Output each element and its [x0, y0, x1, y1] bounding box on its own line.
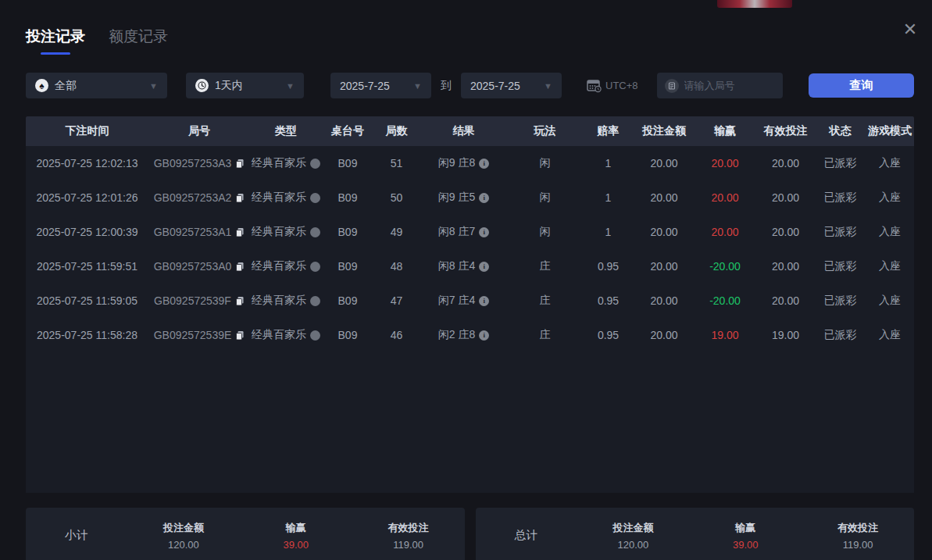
copy-icon[interactable]: [235, 296, 245, 306]
col-header-bet-amount: 投注金额: [634, 124, 694, 138]
game-type-value: 全部: [55, 79, 149, 93]
cell-status: 已派彩: [815, 259, 866, 273]
copy-icon[interactable]: [235, 227, 245, 237]
cell-result: 闲7 庄4 i: [420, 294, 508, 308]
cell-valid: 20.00: [756, 260, 815, 273]
clock-icon: [195, 79, 209, 92]
copy-icon[interactable]: [235, 330, 245, 341]
total-card: 总计 投注金额 120.00 输赢 39.00 有效投注 119.00: [476, 508, 915, 560]
col-header-bet-time: 下注时间: [26, 124, 148, 138]
cell-win: 19.00: [694, 329, 756, 341]
copy-icon[interactable]: [235, 159, 245, 169]
cell-bet: 20.00: [634, 294, 694, 307]
cell-type: 经典百家乐: [250, 328, 322, 342]
cell-win: 20.00: [694, 226, 756, 238]
total-bet: 投注金额 120.00: [577, 521, 690, 551]
info-icon[interactable]: i: [479, 159, 489, 169]
cell-result: 闲9 庄8 i: [420, 156, 508, 170]
table-row: 2025-07-25 12:00:39 GB09257253A1 经典百家乐 B…: [26, 215, 914, 249]
close-icon[interactable]: ✕: [899, 19, 921, 41]
date-to-picker[interactable]: 2025-7-25 ▼: [461, 73, 562, 98]
cell-win: -20.00: [694, 260, 756, 273]
cell-result: 闲2 庄8 i: [420, 328, 508, 342]
cell-bet-time: 2025-07-25 12:00:39: [26, 226, 148, 238]
info-icon[interactable]: i: [479, 296, 489, 306]
cell-mode: 入座: [866, 259, 914, 273]
cell-type: 经典百家乐: [250, 259, 322, 273]
chevron-down-icon: ▼: [413, 81, 422, 91]
col-header-status: 状态: [815, 124, 866, 138]
tab-bet-records[interactable]: 投注记录: [26, 27, 85, 55]
cell-round-no: 49: [373, 226, 420, 238]
table-row: 2025-07-25 11:59:05 GB092572539F 经典百家乐 B…: [26, 284, 914, 318]
info-icon[interactable]: i: [479, 330, 489, 341]
col-header-win-loss: 输赢: [694, 124, 756, 138]
cell-mode: 入座: [866, 294, 914, 308]
tab-quota-records-label: 额度记录: [109, 27, 168, 47]
cell-table-no: B09: [322, 226, 373, 238]
cell-round-no: 48: [373, 260, 420, 273]
cell-status: 已派彩: [815, 225, 866, 239]
subtotal-bet: 投注金额 120.00: [127, 521, 240, 551]
info-icon[interactable]: i: [479, 227, 489, 237]
time-range-dropdown[interactable]: 1天内 ▼: [186, 73, 304, 98]
cell-odds: 1: [582, 157, 634, 169]
col-header-result: 结果: [420, 124, 508, 138]
col-header-play: 玩法: [508, 124, 582, 138]
copy-icon[interactable]: [235, 193, 245, 203]
total-label: 总计: [476, 521, 577, 543]
brand-logo: [717, 0, 792, 8]
date-from-picker[interactable]: 2025-7-25 ▼: [330, 73, 431, 98]
info-icon[interactable]: i: [479, 193, 489, 203]
date-range-to-label: 到: [441, 79, 452, 93]
col-header-type: 类型: [250, 124, 322, 138]
cell-odds: 0.95: [582, 294, 634, 307]
info-icon[interactable]: i: [479, 262, 489, 272]
game-type-dropdown[interactable]: ♠ 全部 ▼: [26, 73, 167, 98]
cell-play: 闲: [508, 156, 582, 170]
cell-round-no: 51: [373, 157, 420, 169]
active-tab-underline: [41, 52, 70, 55]
copy-icon[interactable]: [235, 262, 245, 272]
col-header-round-no: 局数: [373, 124, 420, 138]
cell-play: 庄: [508, 328, 582, 342]
cell-win: -20.00: [694, 294, 756, 307]
cell-round-id: GB09257253A2: [148, 191, 250, 204]
tab-bar: 投注记录 额度记录: [26, 27, 168, 55]
round-id-input[interactable]: [684, 80, 775, 91]
cell-round-id: GB092572539E: [148, 329, 250, 341]
cell-mode: 入座: [866, 191, 914, 205]
game-type-badge-icon: [310, 330, 320, 341]
cell-bet: 20.00: [634, 226, 694, 238]
cell-round-no: 47: [373, 294, 420, 307]
query-button[interactable]: 查询: [809, 73, 914, 98]
chevron-down-icon: ▼: [544, 81, 552, 91]
cell-valid: 20.00: [756, 226, 815, 238]
cell-win: 20.00: [694, 191, 756, 204]
table-row: 2025-07-25 12:02:13 GB09257253A3 经典百家乐 B…: [26, 146, 914, 180]
subtotal-card: 小计 投注金额 120.00 输赢 39.00 有效投注 119.00: [26, 508, 465, 560]
col-header-round-id: 局号: [148, 124, 250, 138]
chevron-down-icon: ▼: [149, 81, 158, 91]
cell-round-id: GB09257253A1: [148, 226, 250, 238]
cell-bet: 20.00: [634, 329, 694, 341]
calendar-clock-icon: [587, 79, 602, 93]
subtotal-win: 输赢 39.00: [240, 521, 352, 551]
col-header-odds: 赔率: [582, 124, 634, 138]
cell-mode: 入座: [866, 225, 914, 239]
cell-valid: 20.00: [756, 191, 815, 204]
cell-win: 20.00: [694, 157, 756, 169]
cell-status: 已派彩: [815, 328, 866, 342]
cell-type: 经典百家乐: [250, 225, 322, 239]
table-row: 2025-07-25 11:59:51 GB09257253A0 经典百家乐 B…: [26, 249, 914, 284]
tab-quota-records[interactable]: 额度记录: [109, 27, 168, 55]
cell-table-no: B09: [322, 191, 373, 204]
game-type-badge-icon: [310, 296, 320, 306]
table-row: 2025-07-25 12:01:26 GB09257253A2 经典百家乐 B…: [26, 180, 914, 215]
cell-table-no: B09: [322, 329, 373, 341]
time-range-value: 1天内: [215, 79, 286, 93]
cell-result: 闲9 庄5 i: [420, 191, 508, 205]
cell-round-id: GB09257253A0: [148, 260, 250, 273]
cell-bet-time: 2025-07-25 11:58:28: [26, 329, 148, 341]
cell-bet-time: 2025-07-25 12:02:13: [26, 157, 148, 169]
